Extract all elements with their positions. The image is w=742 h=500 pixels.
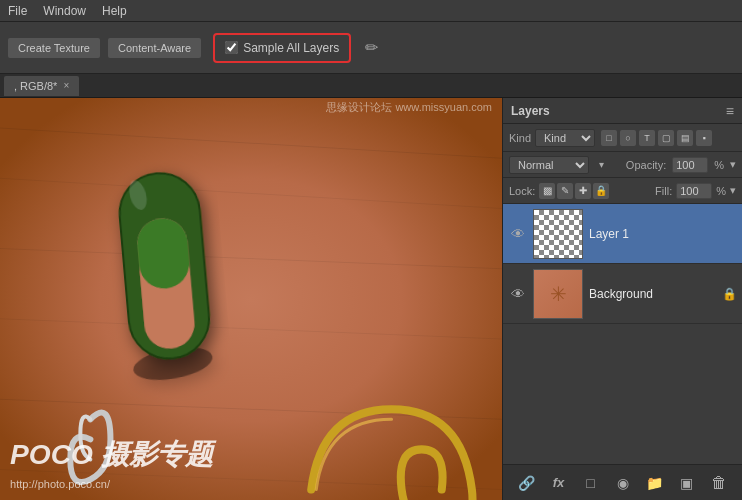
lock-icons: ▩ ✎ ✚ 🔒 — [539, 183, 609, 199]
layers-list: 👁 Layer 1 👁 Background 🔒 — [503, 204, 742, 464]
lock-pixels-icon[interactable]: ✎ — [557, 183, 573, 199]
tab-close-icon[interactable]: × — [63, 80, 69, 91]
kind-shape-icon[interactable]: ▢ — [658, 130, 674, 146]
toolbar: Create Texture Content-Aware Sample All … — [0, 22, 742, 74]
opacity-input[interactable] — [672, 157, 708, 173]
tab-bar: , RGB/8* × — [0, 74, 742, 98]
delete-layer-button[interactable]: 🗑 — [708, 472, 730, 494]
lock-transparency-icon[interactable]: ▩ — [539, 183, 555, 199]
site-watermark: 思缘设计论坛 www.missyuan.com — [326, 100, 492, 115]
lock-fill-row: Lock: ▩ ✎ ✚ 🔒 Fill: % ▾ — [503, 178, 742, 204]
layer1-visibility-icon[interactable]: 👁 — [509, 225, 527, 243]
lock-position-icon[interactable]: ✚ — [575, 183, 591, 199]
menu-file[interactable]: File — [8, 4, 27, 18]
background-visibility-icon[interactable]: 👁 — [509, 285, 527, 303]
layers-panel: Layers ≡ Kind Kind □ ○ T ▢ ▤ ▪ Normal Mu… — [502, 98, 742, 500]
kind-smart-icon[interactable]: ▤ — [677, 130, 693, 146]
lock-all-icon[interactable]: 🔒 — [593, 183, 609, 199]
kind-label: Kind — [509, 132, 531, 144]
tab-label: , RGB/8* — [14, 80, 57, 92]
add-mask-button[interactable]: □ — [580, 472, 602, 494]
fill-input[interactable] — [676, 183, 712, 199]
fill-label: Fill: — [655, 185, 672, 197]
layers-panel-header: Layers ≡ — [503, 98, 742, 124]
menu-help[interactable]: Help — [102, 4, 127, 18]
fill-dropdown-icon[interactable]: ▾ — [730, 184, 736, 197]
main-area: POCO 摄影专题 http://photo.poco.cn/ 思缘设计论坛 w… — [0, 98, 742, 500]
blend-expand-icon: ▾ — [599, 159, 604, 170]
fx-button[interactable]: fx — [548, 472, 570, 494]
layer-item-background[interactable]: 👁 Background 🔒 — [503, 264, 742, 324]
svg-text:http://photo.poco.cn/: http://photo.poco.cn/ — [10, 478, 111, 490]
lock-label: Lock: — [509, 185, 535, 197]
opacity-percent-icon: % — [714, 159, 724, 171]
layer-item-layer1[interactable]: 👁 Layer 1 — [503, 204, 742, 264]
background-lock-icon: 🔒 — [722, 287, 736, 301]
background-thumbnail — [533, 269, 583, 319]
canvas-scene: POCO 摄影专题 http://photo.poco.cn/ 思缘设计论坛 w… — [0, 98, 502, 500]
layers-footer: 🔗 fx □ ◉ 📁 ▣ 🗑 — [503, 464, 742, 500]
canvas-area[interactable]: POCO 摄影专题 http://photo.poco.cn/ 思缘设计论坛 w… — [0, 98, 502, 500]
sample-all-layers-group: Sample All Layers — [213, 33, 351, 63]
fill-percent-icon: % — [716, 185, 726, 197]
menu-window[interactable]: Window — [43, 4, 86, 18]
brush-icon[interactable]: ✏ — [359, 36, 383, 60]
background-thumb-image — [534, 270, 582, 318]
background-name: Background — [589, 287, 716, 301]
layers-panel-menu-icon[interactable]: ≡ — [726, 103, 734, 119]
svg-text:POCO 摄影专题: POCO 摄影专题 — [10, 439, 217, 470]
opacity-label: Opacity: — [626, 159, 666, 171]
kind-extra-icon[interactable]: ▪ — [696, 130, 712, 146]
layer1-thumbnail — [533, 209, 583, 259]
kind-adjust-icon[interactable]: ○ — [620, 130, 636, 146]
canvas-tab[interactable]: , RGB/8* × — [4, 76, 79, 96]
kind-icons: □ ○ T ▢ ▤ ▪ — [601, 130, 712, 146]
sample-all-layers-checkbox[interactable] — [225, 41, 238, 54]
new-layer-button[interactable]: ▣ — [676, 472, 698, 494]
layers-panel-title: Layers — [511, 104, 550, 118]
new-group-button[interactable]: 📁 — [644, 472, 666, 494]
opacity-dropdown-icon[interactable]: ▾ — [730, 158, 736, 171]
kind-pixel-icon[interactable]: □ — [601, 130, 617, 146]
sample-all-layers-label[interactable]: Sample All Layers — [225, 41, 339, 55]
kind-type-icon[interactable]: T — [639, 130, 655, 146]
blend-opacity-row: Normal Multiply Screen ▾ Opacity: % ▾ — [503, 152, 742, 178]
create-texture-button[interactable]: Create Texture — [8, 38, 100, 58]
kind-select[interactable]: Kind — [535, 129, 595, 147]
layer1-thumb-transparent — [534, 210, 582, 258]
content-aware-button[interactable]: Content-Aware — [108, 38, 201, 58]
blend-mode-select[interactable]: Normal Multiply Screen — [509, 156, 589, 174]
adjustment-button[interactable]: ◉ — [612, 472, 634, 494]
layer1-name: Layer 1 — [589, 227, 736, 241]
link-layers-button[interactable]: 🔗 — [516, 472, 538, 494]
sample-all-layers-text: Sample All Layers — [243, 41, 339, 55]
menu-bar: File Window Help — [0, 0, 742, 22]
kind-row: Kind Kind □ ○ T ▢ ▤ ▪ — [503, 124, 742, 152]
